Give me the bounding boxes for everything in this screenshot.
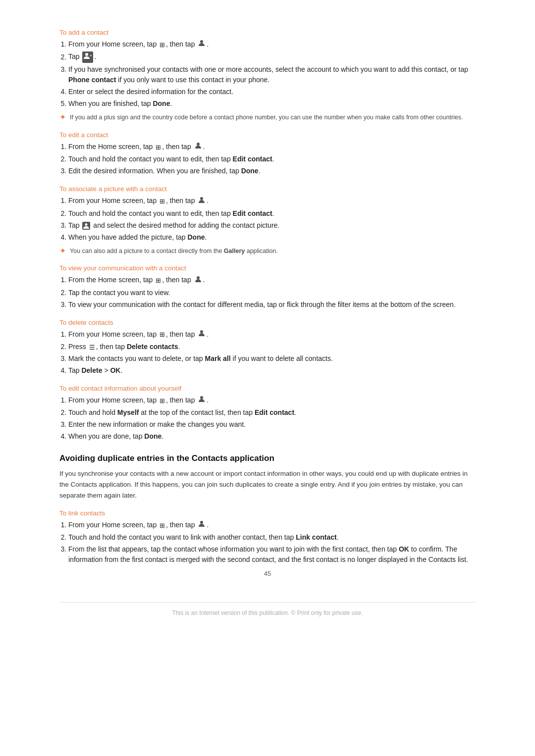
step-item: When you are done, tap Done. bbox=[68, 431, 476, 442]
svg-point-7 bbox=[200, 330, 203, 333]
grid-icon: ⊞ bbox=[160, 521, 165, 531]
step-item: From your Home screen, tap ⊞, then tap . bbox=[68, 39, 476, 50]
step-item: Tap and select the desired method for ad… bbox=[68, 220, 476, 231]
svg-text:+: + bbox=[90, 53, 92, 58]
person-icon bbox=[198, 329, 206, 340]
steps-list-add-contact: From your Home screen, tap ⊞, then tap .… bbox=[68, 39, 476, 109]
person-icon bbox=[198, 395, 206, 406]
grid-icon: ⊞ bbox=[160, 197, 165, 206]
grid-icon: ⊞ bbox=[160, 330, 165, 340]
tip-block: ✦If you add a plus sign and the country … bbox=[59, 113, 476, 122]
step-item: Touch and hold Myself at the top of the … bbox=[68, 407, 476, 418]
link-contacts-steps: From your Home screen, tap ⊞, then tap .… bbox=[68, 520, 476, 565]
step-item: Enter the new information or make the ch… bbox=[68, 419, 476, 430]
grid-icon: ⊞ bbox=[156, 276, 161, 286]
person-icon bbox=[194, 142, 202, 152]
step-item: From your Home screen, tap ⊞, then tap . bbox=[68, 196, 476, 206]
tip-text: If you add a plus sign and the country c… bbox=[70, 113, 463, 122]
grid-icon: ⊞ bbox=[160, 40, 165, 50]
step-item: From the Home screen, tap ⊞, then tap . bbox=[68, 275, 476, 286]
section-title-view-communication: To view your communication with a contac… bbox=[59, 264, 476, 272]
step-item: Tap the contact you want to view. bbox=[68, 288, 476, 298]
grid-icon: ⊞ bbox=[156, 143, 161, 152]
steps-list-view-communication: From the Home screen, tap ⊞, then tap .T… bbox=[68, 275, 476, 309]
steps-list-edit-contact: From the Home screen, tap ⊞, then tap .T… bbox=[68, 142, 476, 176]
step-item: Enter or select the desired information … bbox=[68, 87, 476, 97]
page-number: 45 bbox=[59, 570, 476, 577]
step-item: From the list that appears, tap the cont… bbox=[68, 544, 476, 565]
step-item: Tap Delete > OK. bbox=[68, 365, 476, 376]
step-item: Touch and hold the contact you want to e… bbox=[68, 208, 476, 219]
tip-icon: ✦ bbox=[59, 112, 66, 122]
step-item: When you are finished, tap Done. bbox=[68, 99, 476, 109]
avoiding-duplicates-heading: Avoiding duplicate entries in the Contac… bbox=[59, 454, 476, 463]
svg-point-6 bbox=[197, 276, 200, 279]
menu-icon: ☰ bbox=[89, 343, 95, 353]
steps-list-delete-contacts: From your Home screen, tap ⊞, then tap .… bbox=[68, 329, 476, 376]
person-icon bbox=[198, 196, 206, 207]
step-item: From your Home screen, tap ⊞, then tap . bbox=[68, 520, 476, 531]
step-item: Edit the desired information. When you a… bbox=[68, 166, 476, 176]
svg-point-0 bbox=[200, 40, 203, 43]
person-icon bbox=[198, 39, 206, 50]
step-item: Mark the contacts you want to delete, or… bbox=[68, 353, 476, 364]
steps-list-edit-yourself: From your Home screen, tap ⊞, then tap .… bbox=[68, 395, 476, 442]
step-item: If you have synchronised your contacts w… bbox=[68, 64, 476, 85]
link-contacts-title: To link contacts bbox=[59, 509, 476, 517]
grid-icon: ⊞ bbox=[160, 396, 165, 406]
step-item: Touch and hold the contact you want to l… bbox=[68, 532, 476, 543]
person-icon bbox=[194, 275, 202, 286]
step-item: To view your communication with the cont… bbox=[68, 300, 476, 310]
steps-list-associate-picture: From your Home screen, tap ⊞, then tap .… bbox=[68, 196, 476, 242]
svg-point-9 bbox=[200, 521, 203, 524]
person-icon bbox=[198, 520, 206, 531]
svg-point-5 bbox=[85, 223, 88, 226]
avoiding-duplicates-body: If you synchronise your contacts with a … bbox=[59, 468, 476, 501]
section-title-delete-contacts: To delete contacts bbox=[59, 319, 476, 326]
person-add-icon: + bbox=[82, 51, 93, 63]
svg-point-1 bbox=[85, 53, 88, 56]
section-title-edit-yourself: To edit contact information about yourse… bbox=[59, 385, 476, 392]
step-item: From your Home screen, tap ⊞, then tap . bbox=[68, 329, 476, 340]
step-item: From the Home screen, tap ⊞, then tap . bbox=[68, 142, 476, 152]
tip-text: You can also add a picture to a contact … bbox=[70, 247, 278, 256]
step-item: When you have added the picture, tap Don… bbox=[68, 232, 476, 243]
page-footer: This is an Internet version of this publ… bbox=[59, 602, 476, 616]
section-title-add-contact: To add a contact bbox=[59, 29, 476, 36]
step-item: Press ☰, then tap Delete contacts. bbox=[68, 342, 476, 352]
tip-icon: ✦ bbox=[59, 246, 66, 255]
step-item: Touch and hold the contact you want to e… bbox=[68, 154, 476, 164]
svg-point-8 bbox=[200, 396, 203, 399]
tip-block: ✦You can also add a picture to a contact… bbox=[59, 247, 476, 256]
svg-point-3 bbox=[197, 143, 200, 146]
step-item: From your Home screen, tap ⊞, then tap . bbox=[68, 395, 476, 406]
section-title-associate-picture: To associate a picture with a contact bbox=[59, 185, 476, 193]
person-small-icon bbox=[82, 222, 90, 230]
step-item: Tap +. bbox=[68, 51, 476, 63]
svg-point-4 bbox=[200, 197, 203, 200]
section-title-edit-contact: To edit a contact bbox=[59, 131, 476, 139]
